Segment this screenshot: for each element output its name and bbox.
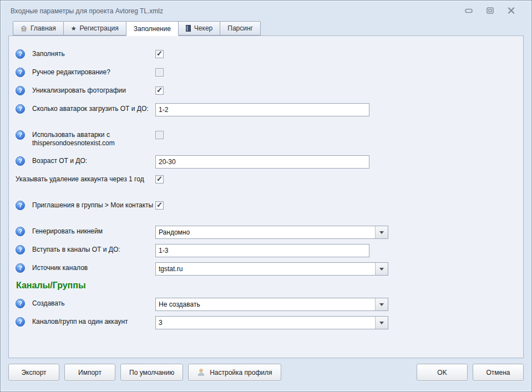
help-icon[interactable]: ?: [16, 299, 25, 308]
field-label: Источник каналов: [32, 262, 155, 272]
field-label: Заполнять: [32, 48, 155, 58]
form-row-channel-source: ?Источник каналовtgstat.ru: [16, 262, 516, 276]
group-invites-checkbox[interactable]: [155, 201, 164, 210]
tab-checker[interactable]: Чекер: [178, 21, 220, 35]
manual-edit-checkbox[interactable]: [155, 68, 164, 77]
help-icon[interactable]: ?: [16, 227, 25, 236]
form-panel: ?Заполнять?Ручное редактирование??Уникал…: [8, 35, 524, 358]
help-icon[interactable]: ?: [16, 104, 25, 114]
form-row-join-channels-range: ?Вступать в каналы ОТ и ДО:: [16, 244, 516, 257]
form-row-account-deletion-note: Указывать удаление аккаунта через 1 год: [16, 174, 516, 195]
form-row-age-range: ?Возраст ОТ и ДО:: [16, 155, 516, 169]
cancel-button[interactable]: Отмена: [473, 364, 524, 381]
window-controls: [463, 6, 526, 16]
form-row-fill: ?Заполнять: [16, 48, 516, 62]
title-bar[interactable]: Входные параметры для проекта Avtoreg TL…: [1, 1, 531, 21]
window-title: Входные параметры для проекта Avtoreg TL…: [11, 6, 463, 15]
field-label: Приглашения в группы > Мои контакты: [32, 200, 155, 210]
ok-button[interactable]: OK: [417, 364, 468, 381]
field-label: Уникализировать фотографии: [32, 85, 155, 95]
button-label: Отмена: [486, 369, 510, 376]
export-button[interactable]: Экспорт: [8, 364, 59, 381]
chevron-down-icon[interactable]: [375, 317, 388, 329]
maximize-button[interactable]: [484, 6, 496, 16]
tab-label: Главная: [31, 24, 56, 32]
account-deletion-note-checkbox[interactable]: [155, 175, 164, 184]
help-icon[interactable]: ?: [16, 317, 25, 327]
tab-filling[interactable]: Заполнение: [126, 21, 179, 36]
profile-settings-button[interactable]: Настройка профиля: [188, 364, 281, 381]
selected-value: tgstat.ru: [156, 263, 375, 275]
avatars-count-range-input-wrap: [155, 103, 369, 116]
star-icon: ★: [71, 26, 77, 32]
help-icon[interactable]: ?: [16, 49, 25, 59]
join-channels-range-input-wrap: [155, 244, 369, 257]
help-icon[interactable]: ?: [16, 68, 25, 77]
tab-label: Чекер: [194, 24, 212, 32]
tab-registration[interactable]: ★ Регистрация: [63, 21, 126, 35]
use-tpdne-avatars-checkbox[interactable]: [155, 131, 164, 139]
selected-value: Рандомно: [156, 226, 375, 238]
dialog-window: Входные параметры для проекта Avtoreg TL…: [0, 0, 532, 392]
button-label: Импорт: [78, 369, 102, 376]
tab-main[interactable]: Главная: [13, 21, 64, 35]
minimize-button[interactable]: [463, 6, 475, 16]
chevron-down-icon[interactable]: [375, 263, 388, 275]
button-label: Экспорт: [21, 369, 46, 376]
defaults-button[interactable]: По умолчанию: [120, 364, 183, 381]
help-icon[interactable]: ?: [16, 156, 25, 166]
section-heading-channels-groups-heading: Каналы/Группы: [16, 281, 516, 291]
help-icon[interactable]: ?: [16, 201, 25, 210]
close-icon: [508, 7, 515, 14]
help-icon[interactable]: ?: [16, 245, 25, 254]
selected-value: Не создавать: [156, 298, 375, 310]
uniquify-photos-checkbox[interactable]: [155, 86, 164, 95]
field-label: Генерировать никнейм: [32, 226, 155, 236]
help-icon[interactable]: ?: [16, 263, 25, 273]
user-icon: [197, 368, 205, 376]
button-label: По умолчанию: [129, 369, 174, 376]
tab-parsing[interactable]: Парсинг: [220, 21, 261, 35]
tab-bar: Главная ★ Регистрация Заполнение Чекер П…: [1, 21, 531, 35]
fill-checkbox[interactable]: [155, 50, 164, 58]
close-button[interactable]: [505, 6, 517, 16]
checker-book-icon: [186, 25, 191, 32]
maximize-icon: [487, 7, 494, 14]
import-button[interactable]: Импорт: [64, 364, 115, 381]
button-label: OK: [437, 369, 447, 376]
minimize-icon: [465, 8, 473, 13]
form-row-uniquify-photos: ?Уникализировать фотографии: [16, 85, 516, 98]
create-mode-select[interactable]: Не создавать: [155, 298, 388, 311]
form-row-use-tpdne-avatars: ?Использовать аватарки с thispersondoesn…: [16, 129, 516, 150]
avatars-count-range-input[interactable]: [156, 104, 369, 116]
tab-label: Парсинг: [227, 24, 253, 32]
help-icon[interactable]: ?: [16, 130, 25, 140]
help-icon[interactable]: ?: [16, 86, 25, 95]
tab-label: Заполнение: [134, 25, 171, 33]
field-label: Каналов/групп на один аккаунт: [32, 316, 155, 326]
button-label: Настройка профиля: [210, 369, 272, 376]
field-label: Указывать удаление аккаунта через 1 год: [16, 174, 155, 184]
form-row-channels-per-account: ?Каналов/групп на один аккаунт3: [16, 316, 516, 337]
field-label: Сколько аватарок загрузить ОТ и ДО:: [32, 103, 155, 113]
field-label: Использовать аватарки с thispersondoesno…: [32, 129, 155, 147]
form-row-group-invites: ?Приглашения в группы > Мои контакты: [16, 200, 516, 221]
form-row-manual-edit: ?Ручное редактирование?: [16, 67, 516, 80]
chevron-down-icon[interactable]: [375, 226, 388, 238]
age-range-input-wrap: [155, 155, 369, 169]
channel-source-select[interactable]: tgstat.ru: [155, 262, 388, 276]
channels-per-account-select[interactable]: 3: [155, 316, 388, 329]
form-row-avatars-count-range: ?Сколько аватарок загрузить ОТ и ДО:: [16, 103, 516, 124]
generate-nickname-select[interactable]: Рандомно: [155, 226, 388, 239]
home-icon: [21, 26, 27, 32]
chevron-down-icon[interactable]: [375, 298, 388, 310]
form-row-generate-nickname: ?Генерировать никнеймРандомно: [16, 226, 516, 239]
join-channels-range-input[interactable]: [156, 245, 369, 257]
form-row-create-mode: ?СоздаватьНе создавать: [16, 298, 516, 311]
field-label: Возраст ОТ и ДО:: [32, 155, 155, 165]
tab-label: Регистрация: [80, 24, 119, 32]
selected-value: 3: [156, 317, 375, 329]
age-range-input[interactable]: [156, 156, 369, 168]
field-label: Создавать: [32, 298, 155, 308]
field-label: Ручное редактирование?: [32, 67, 155, 77]
